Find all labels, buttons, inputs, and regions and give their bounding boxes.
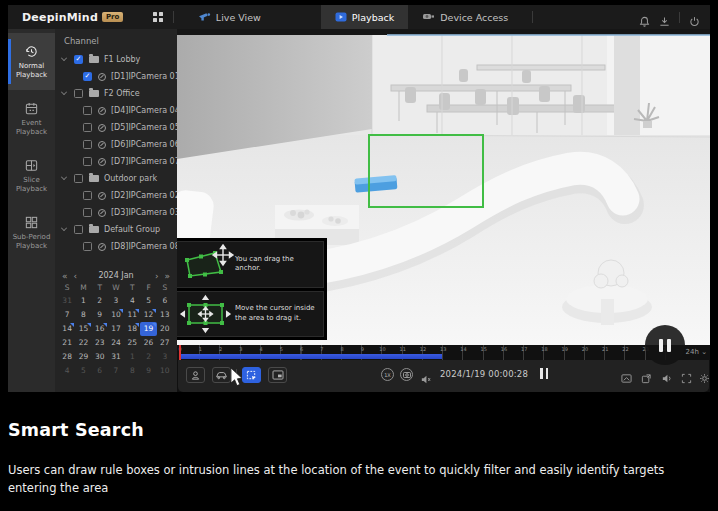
channel-camera-row[interactable]: ✓[D1]IPCamera 01 (55, 68, 177, 85)
channel-checkbox[interactable]: ✓ (74, 55, 83, 64)
fullscreen-button[interactable] (681, 369, 692, 388)
pop-out-button[interactable] (641, 369, 652, 388)
calendar-date[interactable]: 20 (157, 322, 173, 336)
channel-checkbox[interactable] (83, 242, 92, 251)
playhead[interactable] (179, 345, 181, 360)
calendar-date[interactable]: 5 (140, 294, 156, 308)
calendar-date[interactable]: 25 (124, 336, 140, 350)
calendar-date[interactable]: 10 (108, 308, 124, 322)
channel-checkbox[interactable] (74, 225, 83, 234)
calendar-date[interactable]: 8 (75, 308, 91, 322)
smart-display-button[interactable] (621, 369, 632, 388)
calendar-date[interactable]: 4 (59, 364, 75, 378)
tab-live-view[interactable]: Live View (184, 5, 275, 29)
calendar-date[interactable]: 1 (124, 350, 140, 364)
channel-camera-row[interactable]: [D8]IPCamera 08 (55, 238, 177, 255)
channel-checkbox[interactable] (83, 157, 92, 166)
sidebar-item-slice-playback[interactable]: Slice Playback (8, 147, 55, 204)
pause-overlay-button[interactable] (645, 325, 685, 365)
power-icon[interactable] (689, 12, 700, 23)
calendar-date[interactable]: 16 (92, 322, 108, 336)
sidebar-item-normal-playback[interactable]: Normal Playback (8, 33, 55, 90)
download-icon[interactable] (659, 12, 670, 23)
calendar-date[interactable]: 30 (92, 350, 108, 364)
chevron-down-icon[interactable] (61, 225, 67, 231)
video-viewport[interactable]: You can drag the anchor. (177, 29, 710, 345)
calendar-date[interactable]: 31 (59, 294, 75, 308)
channel-checkbox[interactable]: ✓ (83, 72, 92, 81)
calendar-date[interactable]: 10 (157, 364, 173, 378)
calendar-date[interactable]: 14 (59, 322, 75, 336)
prev-month-icon[interactable]: ‹ (71, 271, 81, 281)
calendar-date[interactable]: 7 (59, 308, 75, 322)
smart-search-rule-box[interactable] (368, 134, 484, 208)
sidebar-item-sub-period-playback[interactable]: Sub-Period Playback (8, 204, 55, 261)
audio-button[interactable] (661, 369, 672, 388)
view-mode-button[interactable] (268, 367, 287, 383)
calendar-date[interactable]: 18 (124, 322, 140, 336)
calendar-date[interactable]: 3 (157, 350, 173, 364)
calendar-date[interactable]: 29 (75, 350, 91, 364)
calendar-date[interactable]: 5 (75, 364, 91, 378)
alarm-bell-icon[interactable] (639, 12, 650, 23)
channel-camera-row[interactable]: [D5]IPCamera 05 (55, 119, 177, 136)
calendar-date[interactable]: 8 (124, 364, 140, 378)
channel-group-row[interactable]: Outdoor park (55, 170, 177, 187)
timeline-ruler[interactable]: 0123456789101112131415161718192021222324… (177, 345, 710, 360)
calendar-date[interactable]: 9 (92, 308, 108, 322)
channel-camera-row[interactable]: [D4]IPCamera 04 (55, 102, 177, 119)
calendar-date[interactable]: 2 (92, 294, 108, 308)
calendar-date-selected[interactable]: 19 (140, 322, 156, 336)
channel-checkbox[interactable] (83, 106, 92, 115)
channel-group-row[interactable]: ✓F1 Lobby (55, 51, 177, 68)
channel-checkbox[interactable] (83, 208, 92, 217)
person-filter-button[interactable] (186, 367, 205, 383)
next-month-icon[interactable]: › (152, 271, 162, 281)
calendar-date[interactable]: 17 (108, 322, 124, 336)
channel-group-row[interactable]: Default Group (55, 221, 177, 238)
playback-speed-button[interactable]: 1X (381, 368, 394, 381)
smart-search-button[interactable] (242, 367, 261, 383)
mute-button[interactable] (420, 370, 431, 389)
chevron-down-icon[interactable] (61, 89, 67, 95)
chevron-down-icon[interactable] (61, 55, 67, 61)
calendar-date[interactable]: 26 (140, 336, 156, 350)
channel-group-row[interactable]: F2 Office (55, 85, 177, 102)
calendar-date[interactable]: 4 (124, 294, 140, 308)
calendar-date[interactable]: 3 (108, 294, 124, 308)
channel-checkbox[interactable] (83, 123, 92, 132)
channel-camera-row[interactable]: [D3]IPCamera 03 (55, 204, 177, 221)
pause-button[interactable] (540, 368, 548, 379)
calendar-date[interactable]: 28 (59, 350, 75, 364)
calendar-date[interactable]: 1 (75, 294, 91, 308)
snapshot-button[interactable] (400, 368, 413, 381)
prev-year-icon[interactable]: « (59, 271, 71, 281)
apps-grid-icon[interactable] (153, 12, 163, 22)
calendar-date[interactable]: 22 (75, 336, 91, 350)
calendar-date[interactable]: 6 (92, 364, 108, 378)
settings-button[interactable] (699, 369, 710, 388)
calendar-date[interactable]: 12 (140, 308, 156, 322)
channel-camera-row[interactable]: [D2]IPCamera 02 (55, 187, 177, 204)
channel-camera-row[interactable]: [D6]IPCamera 06 (55, 136, 177, 153)
chevron-down-icon[interactable] (61, 174, 67, 180)
sidebar-item-event-playback[interactable]: Event Playback (8, 90, 55, 147)
channel-camera-row[interactable]: [D7]IPCamera 07 (55, 153, 177, 170)
channel-checkbox[interactable] (74, 174, 83, 183)
calendar-date[interactable]: 21 (59, 336, 75, 350)
calendar-date[interactable]: 13 (157, 308, 173, 322)
calendar-date[interactable]: 31 (108, 350, 124, 364)
vehicle-filter-button[interactable] (212, 367, 231, 383)
calendar-date[interactable]: 24 (108, 336, 124, 350)
calendar-date[interactable]: 11 (124, 308, 140, 322)
next-year-icon[interactable]: » (162, 271, 174, 281)
calendar-date[interactable]: 9 (140, 364, 156, 378)
channel-checkbox[interactable] (83, 191, 92, 200)
calendar-date[interactable]: 6 (157, 294, 173, 308)
channel-checkbox[interactable] (74, 89, 83, 98)
calendar-date[interactable]: 15 (75, 322, 91, 336)
calendar-date[interactable]: 23 (92, 336, 108, 350)
tab-playback[interactable]: Playback (321, 5, 408, 29)
channel-checkbox[interactable] (83, 140, 92, 149)
calendar-date[interactable]: 2 (140, 350, 156, 364)
